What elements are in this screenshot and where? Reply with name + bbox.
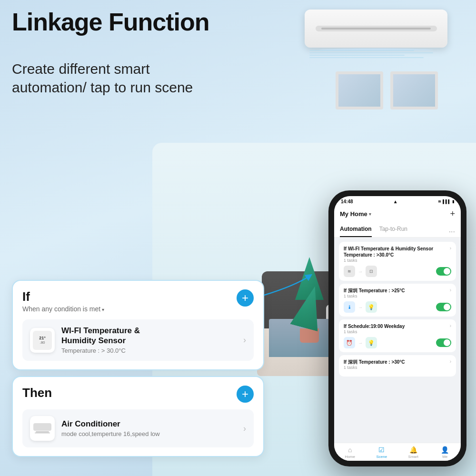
auto-item-2-toggle[interactable]: [436, 303, 451, 311]
auto-item-2-info: If 深圳 Temperature : >25°C 1 tasks: [344, 288, 409, 298]
header-plus-button[interactable]: +: [450, 209, 455, 219]
auto-item-3-icon-1: ⏰: [344, 337, 355, 348]
painting-2: [390, 71, 438, 109]
if-subtitle-arrow[interactable]: ▾: [102, 307, 104, 312]
wifi-icon: ≋: [438, 199, 441, 204]
device-mini-icon: ⊡: [369, 269, 373, 274]
then-device-chevron: ›: [243, 424, 246, 434]
auto-item-3-info: If Schedule:19:00 Weekday 1 tasks: [344, 323, 408, 334]
home-nav-icon: ⌂: [348, 446, 352, 454]
auto-item-2-arrow: →: [358, 305, 363, 310]
auto-item-3-tasks: 1 tasks: [344, 329, 408, 334]
scene-nav-icon: ☑: [378, 446, 385, 454]
phone-screen: 14:48 ▲ ≋ ▌▌▌ ▮ My Home ▾ + Automation T…: [334, 196, 461, 461]
auto-item-1-toggle[interactable]: [436, 267, 451, 276]
nav-me[interactable]: 👤 Me: [429, 446, 461, 459]
if-device-row[interactable]: 21° .80 WI-FI Temperature & Humidity Sen…: [22, 319, 254, 361]
then-card: Then + Air Conditioner mode cool,tempert…: [12, 376, 264, 457]
auto-item-2-icon-2: 💡: [366, 301, 377, 313]
automation-list: If WI-FI Temperature & Humidity Sensor T…: [334, 238, 461, 383]
auto-item-3-toggle[interactable]: [436, 338, 451, 347]
scene-nav-label: Scene: [376, 455, 387, 459]
then-device-row[interactable]: Air Conditioner mode cool,temperture 16,…: [22, 409, 254, 447]
tab-tap-to-run[interactable]: Tap-to-Run: [379, 223, 407, 237]
auto-item-2-tasks: 1 tasks: [344, 294, 409, 298]
phone-mockup: 14:48 ▲ ≋ ▌▌▌ ▮ My Home ▾ + Automation T…: [328, 190, 466, 466]
home-dropdown-arrow: ▾: [369, 212, 371, 217]
if-device-chevron: ›: [243, 335, 246, 345]
smart-nav-icon: 🔔: [409, 446, 417, 454]
air-conditioner-unit: [305, 10, 447, 48]
if-card-subtitle: When any condition is met▾: [22, 305, 104, 313]
air-flow-lines: [309, 50, 433, 58]
bulb-icon-2: 💡: [368, 340, 375, 346]
auto-item-1-icon-1: ≋: [344, 266, 355, 277]
app-header: My Home ▾ +: [334, 206, 461, 223]
auto-item-3-header: If Schedule:19:00 Weekday 1 tasks ›: [344, 323, 451, 334]
if-add-button[interactable]: +: [237, 289, 254, 307]
sub-heading: Create different smart automation/ tap t…: [12, 60, 193, 97]
auto-item-4-info: If 深圳 Temperature : >30°C 1 tasks: [344, 359, 409, 370]
then-card-header: Then +: [22, 386, 254, 403]
clock-icon: ⏰: [346, 340, 353, 346]
status-bar: 14:48 ▲ ≋ ▌▌▌ ▮: [334, 196, 461, 206]
sensor-display-2: .80: [40, 340, 45, 345]
auto-item-3-arrow: →: [358, 340, 363, 346]
nav-smart[interactable]: 🔔 Smart: [397, 446, 429, 459]
auto-item-1-tasks: 1 tasks: [344, 258, 450, 263]
auto-item-1-chevron: ›: [450, 246, 451, 251]
if-device-condition: Temperature : > 30.0°C: [61, 347, 239, 354]
automation-item-2[interactable]: If 深圳 Temperature : >25°C 1 tasks › 🌡 → …: [339, 284, 456, 317]
sensor-mini-icon: ≋: [347, 269, 351, 274]
auto-item-4-title: If 深圳 Temperature : >30°C: [344, 359, 409, 365]
automation-item-3[interactable]: If Schedule:19:00 Weekday 1 tasks › ⏰ → …: [339, 319, 456, 352]
thermo-icon: 🌡: [347, 304, 352, 310]
auto-item-3-title: If Schedule:19:00 Weekday: [344, 323, 408, 329]
automation-item-1[interactable]: If WI-FI Temperature & Humidity Sensor T…: [339, 242, 456, 281]
auto-item-1-title: If WI-FI Temperature & Humidity Sensor T…: [344, 246, 450, 258]
if-device-info: WI-FI Temperature & Humidity Sensor Temp…: [61, 326, 239, 354]
nav-home[interactable]: ⌂ Home: [334, 446, 366, 459]
auto-item-3-icon-2: 💡: [366, 337, 377, 348]
home-title[interactable]: My Home ▾: [340, 210, 371, 218]
ac-vent: [316, 26, 437, 31]
app-tabs: Automation Tap-to-Run ...: [334, 223, 461, 238]
if-card-title: If: [22, 289, 104, 304]
then-add-button[interactable]: +: [237, 386, 254, 403]
tab-automation[interactable]: Automation: [340, 223, 372, 237]
plant-leaves: [295, 257, 324, 300]
auto-item-4-tasks: 1 tasks: [344, 365, 409, 370]
then-device-info: Air Conditioner mode cool,temperture 16,…: [61, 419, 239, 437]
air-line-4: [309, 57, 424, 58]
then-device-condition: mode cool,temperture 16,speed low: [61, 430, 239, 437]
main-heading: Linkage Function: [12, 9, 209, 36]
if-device-icon: 21° .80: [30, 328, 55, 353]
auto-item-1-row: ≋ → ⊡: [344, 266, 451, 277]
tab-more[interactable]: ...: [449, 223, 455, 237]
smart-nav-label: Smart: [408, 455, 418, 459]
auto-item-1-icon-2: ⊡: [366, 266, 377, 277]
automation-item-4[interactable]: If 深圳 Temperature : >30°C 1 tasks ›: [339, 355, 456, 377]
plant: [295, 257, 324, 343]
signal-icon: ▌▌▌: [443, 199, 451, 204]
auto-item-1-header: If WI-FI Temperature & Humidity Sensor T…: [344, 246, 451, 263]
air-line-1: [309, 50, 414, 51]
auto-item-3-chevron: ›: [450, 323, 451, 328]
auto-item-2-icon-1: 🌡: [344, 301, 355, 313]
home-nav-label: Home: [345, 455, 355, 459]
battery-icon: ▮: [452, 199, 454, 204]
auto-item-2-chevron: ›: [450, 288, 451, 293]
status-time: 14:48: [341, 199, 353, 204]
nav-scene[interactable]: ☑ Scene: [366, 446, 398, 459]
me-nav-icon: 👤: [441, 446, 449, 454]
auto-item-1-arrow: →: [358, 269, 363, 274]
auto-item-1-info: If WI-FI Temperature & Humidity Sensor T…: [344, 246, 450, 263]
status-location: ▲: [393, 199, 398, 204]
bulb-icon: 💡: [368, 304, 375, 310]
status-icons: ≋ ▌▌▌ ▮: [438, 199, 454, 204]
automation-panel: If When any condition is met▾ + 21° .80 …: [12, 280, 264, 457]
if-card-title-group: If When any condition is met▾: [22, 289, 104, 313]
wall-paintings: [336, 71, 438, 109]
auto-item-3-row: ⏰ → 💡: [344, 337, 451, 348]
then-device-icon: [30, 416, 55, 441]
